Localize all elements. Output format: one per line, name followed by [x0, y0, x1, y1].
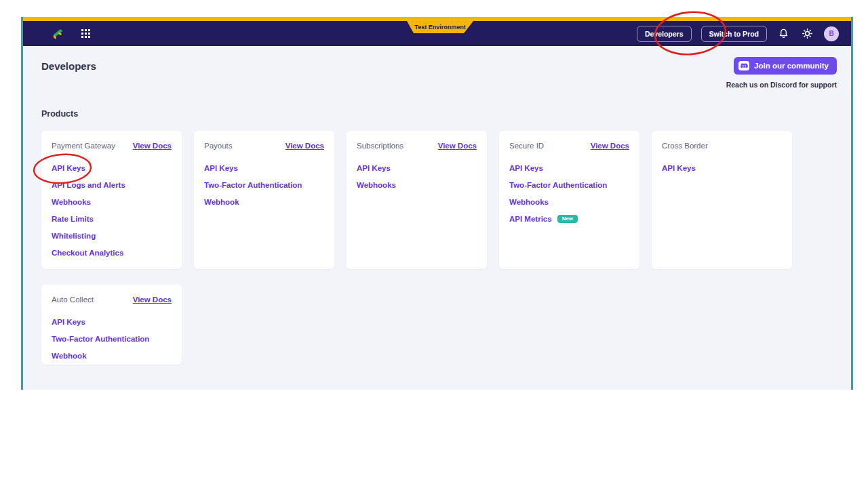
- view-docs-link[interactable]: View Docs: [285, 142, 324, 150]
- link-api-keys[interactable]: API Keys: [52, 318, 172, 326]
- new-badge: New: [557, 215, 578, 223]
- view-docs-link[interactable]: View Docs: [133, 142, 172, 150]
- card-title: Payouts: [204, 142, 233, 150]
- settings-button[interactable]: [800, 26, 814, 41]
- link-webhooks[interactable]: Webhooks: [52, 198, 172, 206]
- join-community-button[interactable]: Join our community: [734, 57, 837, 75]
- link-api-metrics-label: API Metrics: [509, 215, 552, 223]
- developers-button[interactable]: Developers: [637, 26, 692, 42]
- view-docs-link[interactable]: View Docs: [591, 142, 629, 150]
- page-content: Developers Join our community Reach us o…: [23, 46, 851, 390]
- products-row-1: Payment Gateway View Docs API Keys API L…: [41, 131, 792, 269]
- notifications-button[interactable]: [776, 26, 791, 41]
- card-title: Auto Collect: [52, 296, 94, 304]
- environment-banner-label: Test Environment: [414, 24, 465, 30]
- card-cross-border: Cross Border API Keys: [652, 131, 792, 269]
- link-two-factor-authentication[interactable]: Two-Factor Authentication: [52, 335, 172, 343]
- link-whitelisting[interactable]: Whitelisting: [52, 232, 172, 240]
- app-window: Test Environment Developers Switch to Pr…: [21, 17, 853, 390]
- discord-icon: [738, 61, 749, 70]
- link-api-metrics[interactable]: API Metrics New: [509, 215, 629, 223]
- avatar-initial: B: [829, 30, 833, 37]
- card-title: Subscriptions: [357, 142, 403, 150]
- card-payouts: Payouts View Docs API Keys Two-Factor Au…: [194, 131, 334, 269]
- link-rate-limits[interactable]: Rate Limits: [52, 215, 172, 223]
- card-title: Secure ID: [509, 142, 544, 150]
- gear-icon: [802, 28, 813, 39]
- link-webhook[interactable]: Webhook: [52, 352, 172, 360]
- card-payment-gateway: Payment Gateway View Docs API Keys API L…: [41, 131, 182, 269]
- bell-icon: [778, 28, 789, 39]
- top-navbar: Test Environment Developers Switch to Pr…: [23, 21, 851, 46]
- switch-to-prod-button[interactable]: Switch to Prod: [701, 26, 768, 42]
- community-block: Join our community Reach us on Discord f…: [726, 57, 837, 89]
- products-row-2: Auto Collect View Docs API Keys Two-Fact…: [41, 285, 182, 365]
- link-webhooks[interactable]: Webhooks: [357, 181, 477, 189]
- environment-banner: Test Environment: [407, 21, 473, 33]
- view-docs-link[interactable]: View Docs: [133, 296, 172, 304]
- link-api-keys[interactable]: API Keys: [357, 164, 477, 172]
- card-auto-collect: Auto Collect View Docs API Keys Two-Fact…: [41, 285, 182, 365]
- link-two-factor-authentication[interactable]: Two-Factor Authentication: [509, 181, 629, 189]
- card-title: Cross Border: [662, 142, 708, 150]
- apps-grid-icon[interactable]: [81, 29, 90, 38]
- card-subscriptions: Subscriptions View Docs API Keys Webhook…: [347, 131, 487, 269]
- link-api-keys[interactable]: API Keys: [204, 164, 324, 172]
- join-community-label: Join our community: [754, 62, 829, 70]
- user-avatar[interactable]: B: [824, 26, 839, 41]
- brand-logo[interactable]: [51, 27, 64, 41]
- link-api-keys[interactable]: API Keys: [509, 164, 629, 172]
- link-api-logs-and-alerts[interactable]: API Logs and Alerts: [52, 181, 172, 189]
- navbar-actions: Developers Switch to Prod B: [637, 21, 839, 46]
- view-docs-link[interactable]: View Docs: [438, 142, 477, 150]
- link-webhook[interactable]: Webhook: [204, 198, 324, 206]
- link-checkout-analytics[interactable]: Checkout Analytics: [52, 249, 172, 257]
- link-webhooks[interactable]: Webhooks: [509, 198, 629, 206]
- card-title: Payment Gateway: [52, 142, 115, 150]
- link-api-keys[interactable]: API Keys: [662, 164, 782, 172]
- link-two-factor-authentication[interactable]: Two-Factor Authentication: [204, 181, 324, 189]
- community-subtext: Reach us on Discord for support: [726, 81, 837, 89]
- page-title: Developers: [41, 60, 96, 72]
- link-api-keys[interactable]: API Keys: [52, 164, 172, 172]
- card-secure-id: Secure ID View Docs API Keys Two-Factor …: [499, 131, 639, 269]
- products-section-title: Products: [41, 109, 78, 119]
- cashfree-logo-icon: [51, 27, 64, 41]
